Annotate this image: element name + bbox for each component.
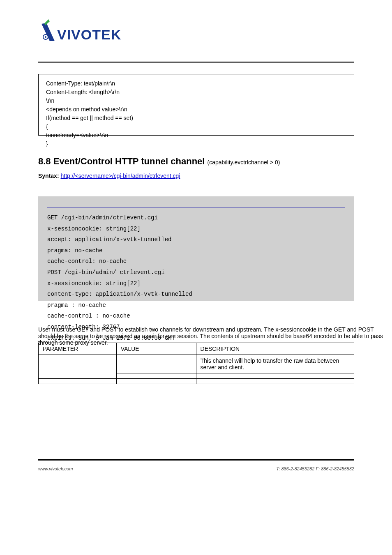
footer-left: www.vivotek.com bbox=[38, 466, 73, 471]
code-line: } bbox=[46, 140, 346, 148]
syntax-row: Syntax: http://<servername>/cgi-bin/admi… bbox=[38, 173, 354, 179]
code-line: cache-control: no-cache bbox=[47, 256, 345, 267]
section-heading: 8.8 Event/Control HTTP tunnel channel (c… bbox=[38, 156, 280, 167]
table-cell bbox=[39, 379, 117, 384]
footer-rule bbox=[38, 459, 354, 461]
syntax-label: Syntax: bbox=[38, 173, 59, 179]
code-line: GET /cgi-bin/admin/ctrlevent.cgi bbox=[47, 212, 345, 223]
code-line: pragma : no-cache bbox=[47, 300, 345, 311]
table-cell bbox=[116, 379, 196, 384]
table-header: DESCRIPTION bbox=[196, 343, 354, 355]
table-cell: This channel will help to transfer the r… bbox=[196, 355, 354, 373]
code-line: pragma: no-cache bbox=[47, 245, 345, 256]
table-cell bbox=[39, 355, 117, 379]
brand-logo: VIVOTEK bbox=[38, 17, 131, 49]
table-cell bbox=[116, 373, 196, 379]
table-row bbox=[39, 379, 354, 384]
code-line: x-sessioncookie: string[22] bbox=[47, 278, 345, 289]
code-line: accept: application/x-vvtk-tunnelled bbox=[47, 234, 345, 245]
code-line: tunnelready=<value>\r\n bbox=[46, 131, 346, 140]
section-number: 8.8 bbox=[38, 156, 51, 166]
code-line: POST /cgi-bin/admin/ ctrlevent.cgi bbox=[47, 267, 345, 278]
code-line: Content-Length: <length>\r\n bbox=[46, 88, 346, 97]
table-row: This channel will help to transfer the r… bbox=[39, 355, 354, 373]
code-line: <depends on method value>\r\n bbox=[46, 105, 346, 114]
svg-text:VIVOTEK: VIVOTEK bbox=[57, 27, 121, 42]
code-block-panel: Content-Type: text/plain\r\n Content-Len… bbox=[38, 74, 354, 136]
header-rule bbox=[38, 62, 354, 63]
code-line: x-sessioncookie: string[22] bbox=[47, 223, 345, 235]
page-footer: www.vivotek.com T: 886-2-82455282 F: 886… bbox=[38, 466, 354, 471]
code-line: { bbox=[46, 122, 346, 131]
parameters-table: PARAMETER VALUE DESCRIPTION This channel… bbox=[38, 343, 354, 384]
code-line: If(method == get || method == set) bbox=[46, 114, 346, 122]
svg-point-1 bbox=[45, 36, 46, 38]
http-tunnel-panel: GET /cgi-bin/admin/ctrlevent.cgi x-sessi… bbox=[38, 196, 354, 301]
table-cell bbox=[116, 355, 196, 373]
code-line: \r\n bbox=[46, 97, 346, 105]
panel-rule bbox=[47, 207, 345, 207]
code-line: content-type: application/x-vvtk-tunnell… bbox=[47, 289, 345, 300]
table-cell bbox=[196, 373, 354, 379]
footer-right: T: 886-2-82455282 F: 886-2-82455532 bbox=[277, 466, 354, 471]
syntax-url: http://<servername>/cgi-bin/admin/ctrlev… bbox=[60, 173, 180, 179]
table-header: VALUE bbox=[116, 343, 196, 355]
table-cell bbox=[196, 379, 354, 384]
section-title-text: Event/Control HTTP tunnel channel bbox=[53, 156, 205, 166]
table-header: PARAMETER bbox=[39, 343, 117, 355]
code-line: Content-Type: text/plain\r\n bbox=[46, 79, 346, 88]
code-line: cache-control : no-cache bbox=[47, 311, 345, 322]
section-note: (capability.evctrlchannel > 0) bbox=[208, 159, 280, 166]
